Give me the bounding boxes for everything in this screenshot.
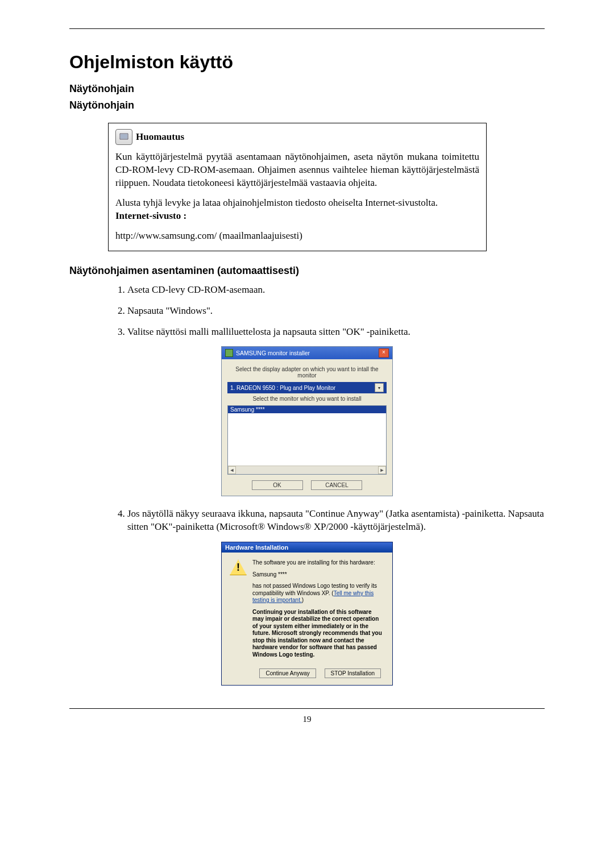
subtitle-1: Näytönohjain xyxy=(69,83,545,95)
hwi-titlebar: Hardware Installation xyxy=(222,542,392,553)
warning-icon: ! xyxy=(230,559,247,575)
installer-title-text: SAMSUNG monitor installer xyxy=(236,350,310,356)
page-title: Ohjelmiston käyttö xyxy=(69,52,545,73)
stop-installation-button[interactable]: STOP Installation xyxy=(325,668,381,678)
cancel-button[interactable]: CANCEL xyxy=(311,480,362,490)
step-2: Napsauta "Windows". xyxy=(127,305,545,318)
note-box: Huomautus Kun käyttöjärjestelmä pyytää a… xyxy=(108,123,487,251)
adapter-selected-text: 1. RADEON 9550 : Plug and Play Monitor xyxy=(230,385,335,391)
steps-list: Aseta CD-levy CD-ROM-asemaan. Napsauta "… xyxy=(108,284,545,339)
bottom-rule xyxy=(69,708,545,709)
close-icon[interactable]: × xyxy=(379,348,389,358)
hwi-line-1: The software you are installing for this… xyxy=(252,559,384,567)
note-paragraph-1: Kun käyttöjärjestelmä pyytää asentamaan … xyxy=(115,151,479,190)
continue-anyway-button[interactable]: Continue Anyway xyxy=(259,668,316,678)
hwi-device: Samsung **** xyxy=(252,571,384,579)
installer-label-1: Select the display adapter on which you … xyxy=(227,366,387,379)
horizontal-scrollbar[interactable]: ◄ ► xyxy=(228,466,386,474)
note-p2-text: Alusta tyhjä levyke ja lataa ohjainohjel… xyxy=(115,197,438,208)
step-4: Jos näytöllä näkyy seuraava ikkuna, naps… xyxy=(127,508,545,534)
subtitle-2: Näytönohjain xyxy=(69,99,545,111)
monitor-selected-item[interactable]: Samsung **** xyxy=(228,406,386,413)
top-rule xyxy=(69,28,545,29)
section-title: Näytönohjaimen asentaminen (automaattise… xyxy=(69,265,545,277)
ok-button[interactable]: OK xyxy=(252,480,303,490)
hwi-line-2: has not passed Windows Logo testing to v… xyxy=(252,583,384,604)
chevron-down-icon[interactable]: ▾ xyxy=(375,383,384,392)
note-url: http://www.samsung.com/ (maailmanlaajuis… xyxy=(115,230,479,243)
hwi-warning-bold: Continuing your installation of this sof… xyxy=(252,609,384,659)
steps-list-continued: Jos näytöllä näkyy seuraava ikkuna, naps… xyxy=(108,508,545,534)
installer-dialog: SAMSUNG monitor installer × Select the d… xyxy=(221,346,393,496)
note-label: Huomautus xyxy=(136,131,184,143)
installer-titlebar: SAMSUNG monitor installer × xyxy=(222,347,392,359)
monitor-listbox[interactable]: Samsung **** ◄ ► xyxy=(227,405,387,475)
scroll-right-icon[interactable]: ► xyxy=(378,466,386,474)
hwi-line-2b: ) xyxy=(302,597,304,603)
step-4-text: Jos näytöllä näkyy seuraava ikkuna, naps… xyxy=(127,508,544,532)
step-3: Valitse näyttösi malli malliluettelosta … xyxy=(127,326,545,339)
note-icon xyxy=(115,129,132,145)
internet-label: Internet-sivusto : xyxy=(115,210,186,221)
note-paragraph-2: Alusta tyhjä levyke ja lataa ohjainohjel… xyxy=(115,197,479,223)
installer-label-2: Select the monitor which you want to ins… xyxy=(227,396,387,402)
installer-app-icon xyxy=(225,349,233,357)
page-number: 19 xyxy=(69,715,545,724)
scroll-left-icon[interactable]: ◄ xyxy=(228,466,236,474)
hardware-installation-dialog: Hardware Installation ! The software you… xyxy=(221,542,393,686)
adapter-select[interactable]: 1. RADEON 9550 : Plug and Play Monitor ▾ xyxy=(227,382,387,393)
step-1: Aseta CD-levy CD-ROM-asemaan. xyxy=(127,284,545,297)
